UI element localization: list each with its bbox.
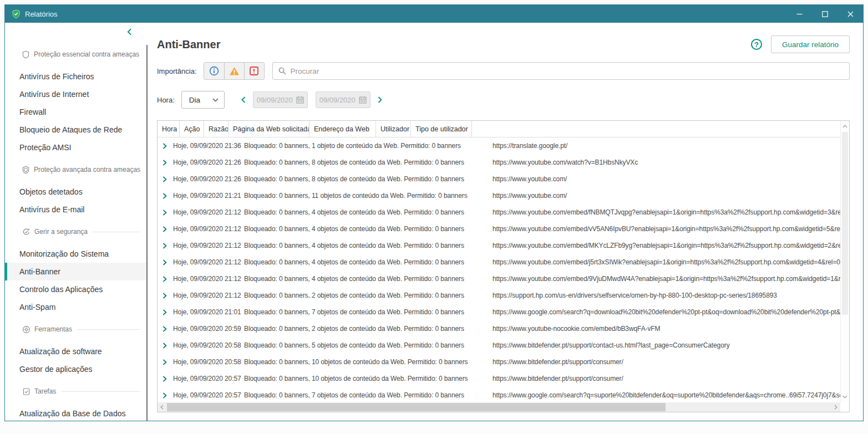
sidebar-item-objetos-detetados[interactable]: Objetos detetados [5,183,148,201]
calendar-icon [359,96,367,104]
table-row[interactable]: Hoje, 09/09/2020 21:12 Bloqueado: 0 bann… [158,254,840,270]
column-header-filler [472,121,840,137]
table-row[interactable]: Hoje, 09/09/2020 21:12 Bloqueado: 0 bann… [158,221,840,237]
table-row[interactable]: Hoje, 09/09/2020 20:57 Bloqueado: 0 bann… [158,370,840,387]
row-url: https://www.youtube.com/embed/fNBMQTJvqp… [493,208,840,216]
row-time: Hoje, 09/09/2020 21:21 [173,192,244,200]
sidebar-item-anti-spam[interactable]: Anti-Spam [5,298,148,316]
info-filter-button[interactable] [204,63,224,79]
previous-period-button[interactable] [238,96,249,103]
importance-label: Importância: [157,67,197,75]
sidebar-item-anti-banner[interactable]: Anti-Banner [5,263,148,280]
column-header[interactable]: Hora [158,121,180,137]
column-header[interactable]: Utilizador [376,121,411,137]
minimize-button[interactable] [786,5,812,23]
table-row[interactable]: Hoje, 09/09/2020 21:12 Bloqueado: 0 bann… [158,270,840,287]
scroll-up-icon[interactable] [841,122,849,131]
column-header[interactable]: Página da Web solicitada [229,121,309,137]
sidebar-item-bloqueio-de-ataques-de-rede[interactable]: Bloqueio de Ataques de Rede [5,121,148,139]
table-row[interactable]: Hoje, 09/09/2020 20:58 Bloqueado: 0 bann… [158,337,840,354]
column-header[interactable]: Endereço da Web [309,121,376,137]
sidebar-item-antiv-rus-de-ficheiros[interactable]: Antivírus de Ficheiros [5,68,148,85]
sidebar-item-antiv-rus-de-internet[interactable]: Antivírus de Internet [5,85,148,103]
expand-chevron-icon[interactable] [163,176,170,182]
sidebar-item-prote-o-amsi[interactable]: Proteção AMSI [5,139,148,156]
table-row[interactable]: Hoje, 09/09/2020 21:01 Bloqueado: 0 bann… [158,304,840,320]
expand-chevron-icon[interactable] [163,276,170,282]
time-label: Hora: [157,96,175,104]
close-button[interactable] [837,5,863,23]
sidebar-section-header: Proteção essencial contra ameaças [5,45,148,63]
expand-chevron-icon[interactable] [163,143,170,149]
expand-chevron-icon[interactable] [163,326,170,332]
sidebar-collapse-icon[interactable] [127,28,132,35]
expand-chevron-icon[interactable] [163,243,170,249]
sidebar-item-monitoriza-o-do-sistema[interactable]: Monitorização do Sistema [5,245,148,263]
expand-chevron-icon[interactable] [163,293,170,299]
table-row[interactable]: Hoje, 09/09/2020 20:59 Bloqueado: 0 bann… [158,320,840,337]
table-row[interactable]: Hoje, 09/09/2020 20:57 Bloqueado: 0 bann… [158,387,840,402]
critical-filter-button[interactable] [244,63,264,79]
row-time: Hoje, 09/09/2020 21:12 [173,208,244,216]
sidebar-nav: Proteção essencial contra ameaças Antiví… [5,45,148,421]
sidebar-item-atualiza-o-de-software[interactable]: Atualização de software [5,343,148,360]
sidebar-section-header: Ferramentas [5,320,148,338]
sidebar-item-atualiza-o-da-base-de-dados[interactable]: Atualização da Base de Dados [5,405,148,421]
next-period-button[interactable] [374,96,385,103]
section-divider [61,391,140,392]
maximize-button[interactable] [812,5,837,23]
vertical-scrollbar[interactable] [840,121,849,402]
scroll-left-icon[interactable] [158,402,166,412]
expand-chevron-icon[interactable] [163,193,170,199]
expand-chevron-icon[interactable] [163,376,170,382]
search-box [272,62,850,80]
vertical-scroll-thumb[interactable] [842,132,848,315]
report-table: HoraAçãoRazãoPágina da Web solicitadaEnd… [157,120,850,412]
table-row[interactable]: Hoje, 09/09/2020 21:12 Bloqueado: 0 bann… [158,287,840,304]
search-input[interactable] [291,67,844,75]
sidebar-item-antiv-rus-de-e-mail[interactable]: Antivírus de E-mail [5,201,148,218]
table-row[interactable]: Hoje, 09/09/2020 21:21 Bloqueado: 0 bann… [158,187,840,204]
scroll-right-icon[interactable] [831,402,840,412]
period-select[interactable]: Dia [181,91,225,109]
expand-chevron-icon[interactable] [163,309,170,315]
expand-chevron-icon[interactable] [163,392,170,399]
row-url: https://www.bitdefender.pt/support/consu… [493,358,840,366]
column-header[interactable]: Ação [180,121,204,137]
row-time: Hoje, 09/09/2020 21:12 [173,242,244,249]
date-to-picker[interactable]: 09/09/2020 [316,91,370,108]
column-header[interactable]: Tipo de utilizador [411,121,472,137]
table-row[interactable]: Hoje, 09/09/2020 21:26 Bloqueado: 0 bann… [158,171,840,187]
table-row[interactable]: Hoje, 09/09/2020 21:12 Bloqueado: 0 bann… [158,204,840,221]
expand-chevron-icon[interactable] [163,259,170,265]
sidebar-item-controlo-das-aplica-es[interactable]: Controlo das Aplicações [5,280,148,298]
sidebar-section-header: Proteção avançada contra ameaças [5,161,148,178]
date-from-picker[interactable]: 09/09/2020 [253,91,308,108]
scroll-down-icon[interactable] [841,392,849,401]
expand-chevron-icon[interactable] [163,359,170,365]
warning-filter-button[interactable] [224,63,244,79]
row-action: Bloqueado: 0 banners, 5 objetos de conte… [244,341,493,349]
horizontal-scroll-thumb[interactable] [167,403,666,411]
expand-chevron-icon[interactable] [163,226,170,232]
section-divider [77,329,140,330]
table-row[interactable]: Hoje, 09/09/2020 20:58 Bloqueado: 0 bann… [158,354,840,370]
table-row[interactable]: Hoje, 09/09/2020 21:36 Bloqueado: 0 bann… [158,137,840,154]
sidebar-item-firewall[interactable]: Firewall [5,103,148,121]
row-action: Bloqueado: 0 banners, 7 objetos de conte… [244,308,493,316]
horizontal-scrollbar[interactable] [158,402,840,412]
sidebar-item-gestor-de-aplica-es[interactable]: Gestor de aplicações [5,360,148,378]
save-report-button[interactable]: Guardar relatório [771,35,850,53]
expand-chevron-icon[interactable] [163,343,170,349]
expand-chevron-icon[interactable] [163,160,170,166]
main-content: Anti-Banner ? Guardar relatório Importân… [148,23,863,421]
column-header[interactable]: Razão [204,121,229,137]
table-row[interactable]: Hoje, 09/09/2020 21:12 Bloqueado: 0 bann… [158,237,840,254]
row-time: Hoje, 09/09/2020 21:12 [173,292,244,299]
expand-chevron-icon[interactable] [163,210,170,216]
importance-button-group [204,62,265,80]
calendar-icon [296,96,304,104]
row-action: Bloqueado: 0 banners, 4 objetos de conte… [244,225,493,233]
table-row[interactable]: Hoje, 09/09/2020 21:26 Bloqueado: 0 bann… [158,154,840,171]
help-icon[interactable]: ? [751,39,762,50]
